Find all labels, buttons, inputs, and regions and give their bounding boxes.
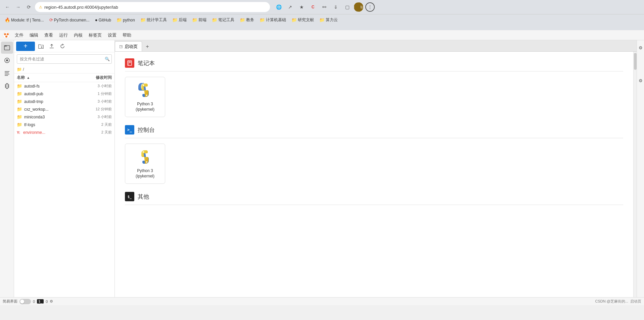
toc-icon-btn[interactable] bbox=[1, 67, 13, 79]
right-settings-top-button[interactable]: ⚙ bbox=[637, 42, 644, 54]
bookmark-github-label: GitHub bbox=[99, 18, 111, 22]
menu-run[interactable]: 运行 bbox=[56, 31, 71, 40]
bookmark-python[interactable]: 📁 python bbox=[114, 17, 137, 23]
bookmark-notebook-tools[interactable]: 📁 笔记工具 bbox=[210, 16, 236, 23]
svg-point-22 bbox=[146, 161, 147, 163]
svg-point-3 bbox=[5, 36, 7, 38]
bookmark-academic[interactable]: 📁 教务 bbox=[238, 16, 256, 23]
bookmark-research[interactable]: 📁 研究文献 bbox=[289, 16, 316, 23]
content-area: ◳ 启动页 + bbox=[115, 40, 637, 297]
file-item-autodl-tmp[interactable]: 📁 autodl-tmp 3 小时前 bbox=[14, 98, 114, 105]
other-section-label: 其他 bbox=[138, 193, 149, 201]
file-modified: 1 分钟前 bbox=[85, 91, 112, 96]
menu-kernel[interactable]: 内核 bbox=[71, 31, 85, 40]
file-item-miniconda3[interactable]: 📁 miniconda3 3 小时前 bbox=[14, 113, 114, 121]
file-panel-toolbar: + bbox=[14, 40, 114, 52]
launcher: 笔记本 bbox=[115, 52, 633, 297]
menu-bar: 文件 编辑 查看 运行 内核 标签页 设置 帮助 bbox=[0, 30, 644, 40]
forward-button[interactable]: → bbox=[13, 2, 23, 12]
launcher-tab[interactable]: ◳ 启动页 bbox=[115, 41, 142, 51]
translate-button[interactable]: 🌐 bbox=[274, 2, 283, 12]
window-button[interactable]: ▢ bbox=[342, 2, 352, 12]
bookmark-backend[interactable]: 📁 后端 bbox=[170, 16, 189, 23]
chrome-menu-button[interactable]: ⋮ bbox=[365, 2, 375, 12]
file-name: cxz_worksp... bbox=[24, 107, 85, 112]
csdn-extension-button[interactable]: C bbox=[308, 2, 318, 12]
bookmark-module-tf-label: Module: tf | Tens... bbox=[11, 18, 44, 22]
file-item-cxz-worksp[interactable]: 📁 cxz_worksp... 12 分钟前 bbox=[14, 105, 114, 113]
address-bar[interactable]: ⚠ region-45.autodl.pro:40004/jupyter/lab bbox=[35, 2, 270, 12]
bookmark-cs-basics[interactable]: 📁 计算机基础 bbox=[258, 16, 288, 23]
svg-point-20 bbox=[146, 95, 147, 96]
vertical-scrollbar[interactable] bbox=[633, 52, 637, 297]
file-item-tf-logs[interactable]: 📁 tf-logs 2 天前 bbox=[14, 121, 114, 128]
file-path-display: 📁 / bbox=[14, 66, 114, 73]
file-name: autodl-pub bbox=[24, 92, 85, 96]
upload-button[interactable] bbox=[47, 42, 56, 51]
refresh-button[interactable] bbox=[58, 42, 67, 51]
menu-settings[interactable]: 设置 bbox=[105, 31, 119, 40]
console-section-title: >_ 控制台 bbox=[125, 125, 623, 138]
menu-tabs[interactable]: 标签页 bbox=[86, 31, 104, 40]
download-button[interactable]: ⇓ bbox=[331, 2, 340, 12]
bookmark-button[interactable]: ★ bbox=[297, 2, 306, 12]
file-browser-panel: + bbox=[14, 40, 115, 297]
tab-launcher-label: 启动页 bbox=[125, 44, 138, 50]
right-settings-bottom-button[interactable]: ⚙ bbox=[637, 74, 644, 87]
new-folder-button[interactable] bbox=[36, 42, 46, 51]
folder-icon: 📁 bbox=[17, 84, 22, 89]
menu-view[interactable]: 查看 bbox=[42, 31, 56, 40]
file-list: 📁 autodl-fs 3 小时前 📁 autodl-pub 1 分钟前 📁 a… bbox=[14, 82, 114, 297]
notebook-section-icon bbox=[125, 58, 134, 68]
search-icon: 🔍 bbox=[105, 57, 110, 61]
profile-button[interactable]: U bbox=[354, 2, 363, 12]
menu-edit[interactable]: 编辑 bbox=[27, 31, 41, 40]
sidebar-icon-panel bbox=[0, 40, 14, 297]
status-bar: 简易界面 0 $_ 0 ⚙ CSDN @芝麻街的... 启动页 bbox=[0, 297, 644, 305]
share-button[interactable]: ↗ bbox=[285, 2, 295, 12]
python3-console-icon bbox=[136, 148, 154, 166]
simple-mode-toggle[interactable] bbox=[19, 299, 31, 304]
bookmark-compute[interactable]: 📁 算力云 bbox=[317, 16, 340, 23]
status-right-label: CSDN @芝麻街的... bbox=[595, 299, 628, 304]
extensions-icon-btn[interactable] bbox=[1, 80, 13, 92]
console-section-label: 控制台 bbox=[138, 126, 155, 134]
menu-file[interactable]: 文件 bbox=[12, 31, 26, 40]
folder-icon: 📁 bbox=[17, 91, 22, 96]
running-icon-btn[interactable] bbox=[1, 54, 13, 66]
reload-button[interactable]: ⟳ bbox=[24, 2, 34, 12]
bookmark-pytorch[interactable]: ⟳ PyTorch documen... bbox=[47, 17, 92, 23]
notebook-python3-card[interactable]: Python 3(ipykernel) bbox=[125, 77, 165, 117]
menu-help[interactable]: 帮助 bbox=[120, 31, 134, 40]
bookmark-github[interactable]: ● GitHub bbox=[93, 17, 113, 23]
file-item-environment[interactable]: Y: environme... 2 天前 bbox=[14, 128, 114, 136]
bookmark-python-label: python bbox=[123, 18, 135, 22]
bookmark-frontend[interactable]: 📁 前端 bbox=[190, 16, 209, 23]
browser-actions: 🌐 ↗ ★ C ⚯ ⇓ ▢ U ⋮ bbox=[274, 2, 375, 12]
main-area: + bbox=[0, 40, 644, 297]
svg-point-21 bbox=[143, 151, 144, 153]
bookmark-notebook-tools-label: 笔记工具 bbox=[218, 17, 234, 23]
file-item-autodl-pub[interactable]: 📁 autodl-pub 1 分钟前 bbox=[14, 90, 114, 98]
status-gear-icon[interactable]: ⚙ bbox=[50, 299, 53, 304]
bookmark-academic-label: 教务 bbox=[246, 17, 254, 23]
bookmark-stats[interactable]: 📁 统计学工具 bbox=[138, 16, 169, 23]
bookmark-module-tf[interactable]: 🔥 Module: tf | Tens... bbox=[3, 17, 46, 23]
col-name-header[interactable]: 名称 ▲ bbox=[17, 75, 85, 81]
file-list-header: 名称 ▲ 修改时间 bbox=[14, 73, 114, 82]
file-item-autodl-fs[interactable]: 📁 autodl-fs 3 小时前 bbox=[14, 82, 114, 90]
back-button[interactable]: ← bbox=[3, 2, 12, 12]
file-name: miniconda3 bbox=[24, 115, 85, 119]
files-icon-btn[interactable] bbox=[1, 42, 13, 54]
add-tab-button[interactable]: + bbox=[143, 42, 152, 51]
file-search-input[interactable] bbox=[17, 54, 112, 64]
svg-point-8 bbox=[6, 59, 8, 61]
extensions-button[interactable]: ⚯ bbox=[320, 2, 329, 12]
console-python3-card[interactable]: Python 3(ipykernel) bbox=[125, 144, 165, 184]
launcher-wrapper: 笔记本 bbox=[115, 52, 637, 297]
new-launcher-button[interactable]: + bbox=[16, 42, 35, 51]
module-tf-icon: 🔥 bbox=[5, 17, 10, 22]
pytorch-icon: ⟳ bbox=[49, 17, 53, 22]
bookmarks-bar: 🔥 Module: tf | Tens... ⟳ PyTorch documen… bbox=[0, 14, 644, 25]
scrollbar-thumb[interactable] bbox=[634, 53, 637, 70]
